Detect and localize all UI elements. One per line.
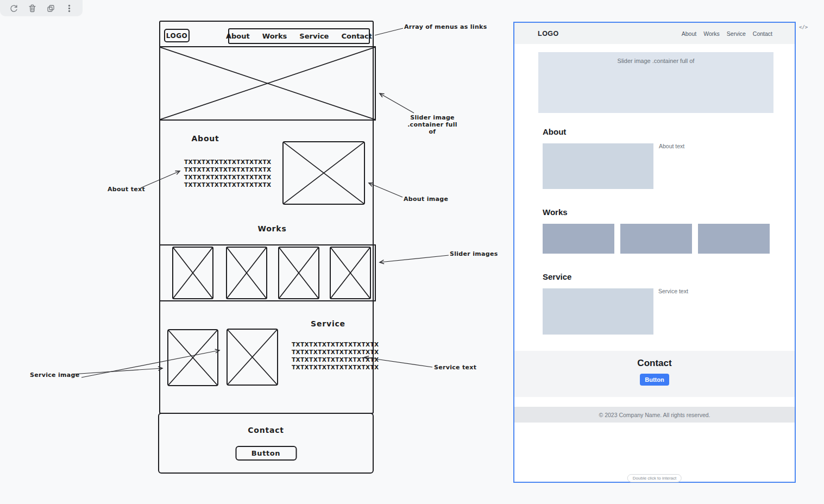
preview-service-heading: Service: [543, 272, 571, 281]
code-view-icon[interactable]: </>: [799, 24, 808, 30]
preview-nav-about[interactable]: About: [682, 30, 696, 37]
design-canvas: LOGO About Works Service Contact About T…: [0, 0, 824, 504]
annotation-service-image: Service image: [30, 371, 79, 379]
preview-contact-heading: Contact: [514, 351, 795, 369]
annotation-slider-images: Slider images: [450, 250, 498, 257]
html-preview-frame[interactable]: LOGO About Works Service Contact Slider …: [513, 22, 796, 483]
annotation-about-image: About image: [404, 196, 448, 203]
preview-about-image-placeholder: [543, 143, 653, 189]
preview-contact-section: Contact Button: [514, 351, 795, 397]
wireframe-service-heading: Service: [304, 319, 353, 328]
annotation-service-text: Service text: [434, 364, 476, 371]
preview-about-text: About text: [659, 143, 684, 149]
wireframe-slider-image-placeholder[interactable]: [278, 247, 319, 299]
copy-icon[interactable]: [45, 2, 56, 14]
preview-works-image-placeholder: [698, 224, 770, 254]
interact-hint-pill[interactable]: Double click to interact: [627, 474, 682, 482]
annotation-menus: Array of menus as links: [404, 23, 487, 30]
wireframe-nav-about: About: [226, 32, 250, 40]
preview-button[interactable]: Button: [640, 374, 669, 386]
wireframe-about-image-placeholder[interactable]: [282, 141, 365, 205]
preview-header: LOGO About Works Service Contact: [514, 23, 795, 44]
wireframe-nav-service: Service: [299, 32, 329, 40]
wireframe-about-text: TXTXTXTXTXTXTXTXTXTXTXTXTXTXTXTXTXTXTXTX…: [184, 158, 272, 188]
preview-works-heading: Works: [543, 207, 568, 217]
wireframe-nav-works: Works: [262, 32, 287, 40]
trash-icon[interactable]: [26, 2, 38, 14]
wireframe-nav-contact: Contact: [341, 32, 372, 40]
wireframe-page[interactable]: LOGO About Works Service Contact About T…: [159, 21, 374, 414]
wireframe-works-heading: Works: [248, 224, 297, 233]
wireframe-slider-image-placeholder[interactable]: [330, 247, 371, 299]
preview-nav-service[interactable]: Service: [727, 30, 746, 37]
kebab-menu-icon[interactable]: [63, 2, 75, 14]
preview-nav-contact[interactable]: Contact: [753, 30, 772, 37]
preview-works-image-placeholder: [543, 224, 614, 254]
wireframe-service-image-placeholder[interactable]: [227, 329, 278, 386]
redo-icon[interactable]: [8, 2, 20, 14]
wireframe-hero-image-placeholder[interactable]: [159, 46, 376, 121]
wireframe-about-heading: About: [181, 134, 230, 143]
canvas-toolbar: [0, 0, 83, 16]
preview-about-heading: About: [543, 127, 566, 136]
preview-service-text: Service text: [658, 288, 688, 294]
wireframe-logo[interactable]: LOGO: [164, 29, 190, 42]
wireframe-service-text: TXTXTXTXTXTXTXTXTXTXTXTXTXTXTXTXTXTXTXTX…: [292, 341, 379, 371]
annotation-slider-image: Slider image.container full of: [407, 114, 457, 135]
preview-nav-works[interactable]: Works: [703, 30, 720, 37]
preview-works-image-placeholder: [620, 224, 692, 254]
wireframe-contact-section[interactable]: Contact Button: [158, 413, 374, 474]
preview-nav: About Works Service Contact: [682, 30, 772, 37]
annotation-about-text: About text: [108, 186, 145, 193]
preview-slider-image: Slider image .container full of: [538, 52, 773, 113]
wireframe-button[interactable]: Button: [235, 446, 297, 461]
wireframe-service-image-placeholder[interactable]: [167, 329, 218, 386]
wireframe-slider-image-placeholder[interactable]: [172, 247, 213, 299]
wireframe-contact-heading: Contact: [248, 426, 284, 434]
preview-logo: LOGO: [538, 30, 559, 37]
wireframe-slider-image-placeholder[interactable]: [226, 247, 267, 299]
preview-footer: © 2023 Company Name. All rights reserved…: [514, 407, 795, 423]
wireframe-works-strip[interactable]: [159, 244, 376, 301]
wireframe-nav[interactable]: About Works Service Contact: [228, 28, 370, 44]
preview-service-image-placeholder: [543, 288, 653, 335]
